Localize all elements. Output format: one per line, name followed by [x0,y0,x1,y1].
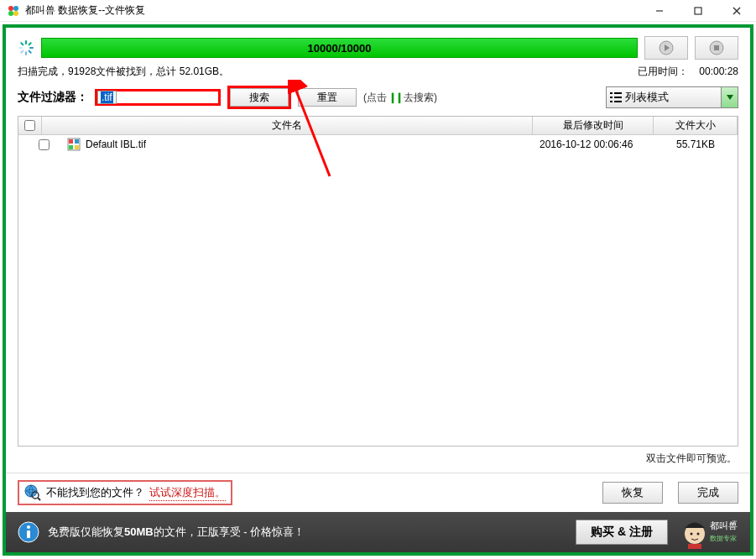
svg-point-3 [13,11,18,16]
window-title: 都叫兽 数据恢复--文件恢复 [25,3,145,18]
svg-point-39 [691,533,693,535]
view-mode-label: 列表模式 [625,90,721,105]
chevron-down-icon [721,87,738,107]
close-button[interactable] [717,0,756,22]
filter-label: 文件过滤器： [18,90,88,105]
elapsed-value: 00:00:28 [699,65,738,77]
view-mode-dropdown[interactable]: 列表模式 [606,86,738,108]
progress-bar: 10000/10000 [41,38,638,58]
info-icon [18,521,39,543]
col-modified-time[interactable]: 最后修改时间 [533,117,654,134]
svg-line-13 [21,51,23,53]
table-header: 文件名 最后修改时间 文件大小 [18,117,738,135]
svg-line-15 [21,43,23,44]
minimize-button[interactable] [640,0,679,22]
svg-point-1 [13,6,18,11]
col-filename[interactable]: 文件名 [42,117,533,134]
col-file-size[interactable]: 文件大小 [654,117,738,134]
svg-rect-28 [69,139,73,144]
svg-text:™: ™ [732,520,737,525]
brand-mascot: 都叫兽 ™ 数据专家 [680,515,738,549]
svg-marker-26 [727,95,733,100]
svg-rect-37 [27,530,30,538]
deep-scan-banner: 不能找到您的文件？ 试试深度扫描。 [18,480,232,505]
svg-rect-22 [610,97,613,98]
svg-line-34 [38,498,40,500]
pause-icon: ❙❙ [388,91,402,103]
search-button[interactable]: 搜索 [230,88,289,107]
svg-rect-21 [614,92,622,94]
svg-rect-24 [610,101,613,102]
finish-button[interactable]: 完成 [678,482,738,504]
file-name: Default IBL.tif [86,138,146,150]
svg-point-2 [8,11,13,16]
app-icon [7,4,20,18]
svg-rect-25 [614,101,622,102]
spinner-icon [18,39,34,56]
svg-text:数据专家: 数据专家 [710,535,737,542]
svg-rect-5 [695,8,701,14]
footer-text: 免费版仅能恢复50MB的文件，正版享受 - 价格惊喜！ [48,525,305,540]
svg-rect-29 [75,139,79,144]
progress-text: 10000/10000 [308,42,372,55]
svg-line-11 [29,51,31,53]
search-hint: (点击 ❙❙ 去搜索) [363,91,437,105]
svg-rect-30 [69,145,73,149]
recover-button[interactable]: 恢复 [602,482,663,504]
preview-hint: 双击文件即可预览。 [6,447,750,473]
svg-line-9 [29,43,31,44]
file-icon [67,138,81,151]
svg-point-40 [697,533,700,535]
deep-scan-text: 不能找到您的文件？ [46,485,144,500]
svg-point-36 [27,525,30,529]
svg-rect-19 [714,45,719,50]
reset-button[interactable]: 重置 [298,88,357,107]
svg-rect-23 [614,97,622,98]
svg-rect-41 [688,544,701,549]
file-size: 55.71KB [654,138,738,150]
elapsed-label: 已用时间： [638,65,688,77]
svg-point-0 [8,6,13,11]
file-time: 2016-10-12 00:06:46 [533,138,654,150]
file-table: 文件名 最后修改时间 文件大小 Default IBL.tif2016-10-1… [18,116,738,447]
svg-point-32 [25,485,37,497]
deep-scan-link[interactable]: 试试深度扫描。 [149,485,226,501]
select-all-checkbox[interactable] [18,117,42,134]
scan-status-text: 扫描完成，91928文件被找到，总计 52.01GB。 [18,65,229,79]
row-checkbox[interactable] [18,139,44,150]
maximize-button[interactable] [679,0,717,22]
stop-button[interactable] [695,36,738,60]
table-row[interactable]: Default IBL.tif2016-10-12 00:06:4655.71K… [18,135,738,154]
svg-rect-31 [75,145,79,149]
filter-input[interactable]: .tif [97,91,117,104]
svg-rect-20 [610,92,613,94]
play-button[interactable] [644,36,688,60]
buy-register-button[interactable]: 购买 & 注册 [576,520,668,545]
globe-search-icon [24,484,41,501]
list-icon [607,92,625,102]
